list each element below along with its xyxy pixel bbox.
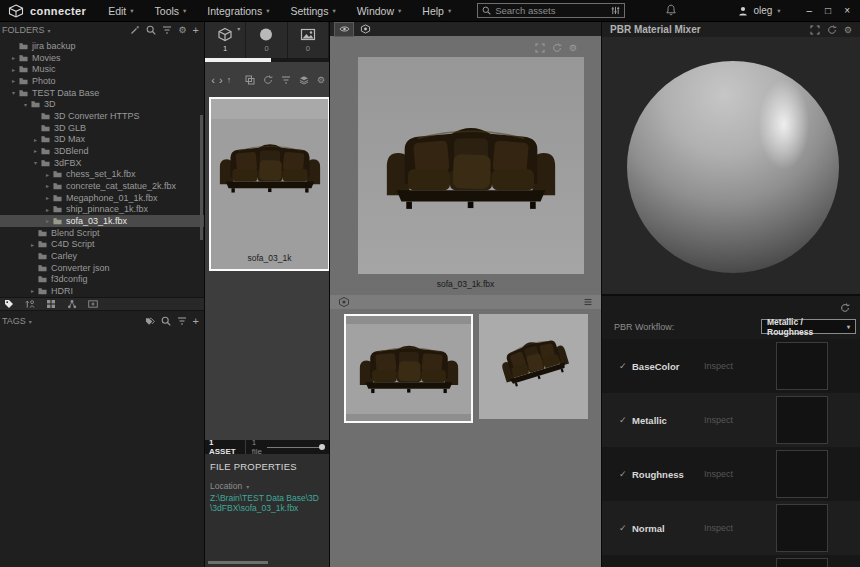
filter-icon[interactable] — [162, 25, 172, 35]
folder-tree-item[interactable]: ▸ Music — [0, 63, 204, 75]
graph-icon[interactable] — [67, 299, 77, 309]
expand-arrow-icon[interactable]: ▸ — [9, 66, 18, 73]
inspect-button[interactable]: Inspect — [704, 361, 733, 371]
expand-arrow-icon[interactable]: ▸ — [9, 77, 18, 84]
tab-image-preview[interactable] — [335, 23, 353, 36]
inspect-button[interactable]: Inspect — [704, 469, 733, 479]
expand-arrow-icon[interactable]: ▸ — [43, 194, 52, 201]
preview-thumbnail-front[interactable] — [344, 314, 473, 423]
menu-item[interactable]: Window ▾ — [357, 5, 402, 17]
channel-checkbox[interactable]: ✓ — [619, 523, 632, 533]
filter-icon[interactable] — [177, 316, 187, 326]
folders-panel-title[interactable]: FOLDERS ▾ — [2, 25, 51, 35]
tags-icon[interactable] — [145, 316, 155, 326]
folder-tree-item[interactable]: ▸ 3DBlend — [0, 145, 204, 157]
channel-map-slot[interactable] — [776, 342, 828, 390]
add-folder-button[interactable]: + — [193, 26, 199, 35]
folder-tree-item[interactable]: ▸ ship_pinnace_1k.fbx — [0, 203, 204, 215]
material-preview-viewport[interactable] — [602, 37, 860, 296]
refresh-icon[interactable] — [552, 43, 562, 53]
layers-icon[interactable] — [299, 75, 309, 85]
asset-thumbnail-selected[interactable]: sofa_03_1k — [209, 97, 330, 271]
add-image-icon[interactable] — [88, 299, 98, 309]
channel-map-slot[interactable] — [776, 450, 828, 498]
gear-icon[interactable]: ⚙ — [178, 25, 186, 35]
menu-item[interactable]: Tools ▾ — [155, 5, 187, 17]
large-preview[interactable] — [358, 57, 584, 274]
folder-tree-item[interactable]: Blend Script — [0, 227, 204, 239]
folder-tree-item[interactable]: ▸ C4D Script — [0, 238, 204, 250]
tab-images[interactable]: 0 — [288, 22, 329, 58]
back-button[interactable]: ‹ — [209, 74, 217, 86]
folder-tree-item[interactable]: f3dconfig — [0, 273, 204, 285]
tab-3d-models[interactable]: ▾ 1 — [205, 22, 246, 58]
tag-view-icon[interactable] — [4, 299, 14, 309]
file-path-link[interactable]: \3dFBX\sofa_03_1k.fbx — [210, 504, 324, 514]
fullscreen-icon[interactable] — [535, 43, 545, 53]
add-tag-button[interactable]: + — [193, 317, 199, 326]
minimize-button[interactable]: – — [807, 6, 813, 16]
folders-scrollbar[interactable] — [200, 115, 203, 240]
folder-tree-item[interactable]: ▸ HDRI — [0, 285, 204, 297]
maximize-button[interactable]: □ — [825, 6, 831, 16]
expand-arrow-icon[interactable]: ▸ — [43, 171, 52, 178]
list-options-icon[interactable] — [583, 297, 593, 307]
folder-tree-item[interactable]: ▾ TEST Data Base — [0, 87, 204, 99]
preview-thumbnail-angled[interactable] — [479, 314, 588, 419]
inspect-button[interactable]: Inspect — [704, 523, 733, 533]
fullscreen-icon[interactable] — [810, 25, 820, 35]
thumbnail-size-slider[interactable] — [267, 444, 325, 450]
folder-tree-item[interactable]: 3D Converter HTTPS — [0, 110, 204, 122]
gear-icon[interactable]: ⚙ — [844, 25, 852, 35]
menu-item[interactable]: Integrations ▾ — [207, 5, 269, 17]
folder-tree-item[interactable]: ▸ 3D Max — [0, 133, 204, 145]
expand-arrow-icon[interactable]: ▸ — [28, 241, 37, 248]
menu-item[interactable]: Edit ▾ — [108, 5, 133, 17]
file-properties-scrollbar[interactable] — [208, 561, 268, 564]
expand-arrow-icon[interactable]: ▾ — [31, 159, 40, 166]
gear-icon[interactable]: ⚙ — [569, 43, 577, 53]
menu-item[interactable]: Settings ▾ — [290, 5, 335, 17]
folder-tree-item[interactable]: ▸ Megaphone_01_1k.fbx — [0, 192, 204, 204]
global-search[interactable] — [477, 3, 625, 18]
refresh-material-icon[interactable] — [840, 303, 850, 313]
gear-icon[interactable]: ⚙ — [317, 75, 325, 85]
search-filters-icon[interactable] — [611, 6, 620, 15]
channel-map-slot[interactable] — [776, 558, 828, 567]
location-toggle[interactable]: Location ▾ — [210, 481, 324, 491]
menu-item[interactable]: Help ▾ — [422, 5, 451, 17]
expand-arrow-icon[interactable]: ▾ — [21, 101, 30, 108]
folder-tree-item[interactable]: ▸ Photo — [0, 75, 204, 87]
folder-tree-item[interactable]: Carley — [0, 250, 204, 262]
folder-tree-item[interactable]: ▸ Movies — [0, 52, 204, 64]
folder-tree-item[interactable]: 3D GLB — [0, 122, 204, 134]
folder-tree-item[interactable]: ▾ 3D — [0, 98, 204, 110]
search-input[interactable] — [495, 5, 607, 16]
channel-checkbox[interactable]: ✓ — [619, 361, 632, 371]
search-icon[interactable] — [161, 316, 171, 326]
channel-map-slot[interactable] — [776, 396, 828, 444]
tabstrip-scrollbar-thumb[interactable] — [205, 58, 271, 62]
folder-tree-item[interactable]: Converter json — [0, 262, 204, 274]
folder-tree-item[interactable]: ▸ sofa_03_1k.fbx — [0, 215, 204, 227]
expand-arrow-icon[interactable]: ▸ — [31, 147, 40, 154]
channel-checkbox[interactable]: ✓ — [619, 469, 632, 479]
expand-arrow-icon[interactable]: ▸ — [28, 287, 37, 294]
sort-icon[interactable] — [25, 299, 35, 309]
refresh-icon[interactable] — [827, 25, 837, 35]
close-button[interactable]: × — [844, 6, 850, 16]
folder-tree-item[interactable]: jira backup — [0, 40, 204, 52]
expand-arrow-icon[interactable]: ▸ — [43, 217, 52, 224]
channel-checkbox[interactable]: ✓ — [619, 415, 632, 425]
channel-map-slot[interactable] — [776, 504, 828, 552]
up-button[interactable]: ↑ — [225, 75, 233, 85]
expand-arrow-icon[interactable]: ▾ — [9, 89, 18, 96]
duplicate-icon[interactable] — [245, 75, 255, 85]
slider-handle[interactable] — [319, 444, 325, 450]
folder-tree-item[interactable]: ▸ concrete_cat_statue_2k.fbx — [0, 180, 204, 192]
expand-arrow-icon[interactable]: ▸ — [43, 206, 52, 213]
tab-materials[interactable]: 0 — [246, 22, 287, 58]
tags-panel-title[interactable]: TAGS ▾ — [2, 316, 32, 326]
folder-tree-item[interactable]: ▸ chess_set_1k.fbx — [0, 168, 204, 180]
expand-arrow-icon[interactable]: ▸ — [9, 54, 18, 61]
